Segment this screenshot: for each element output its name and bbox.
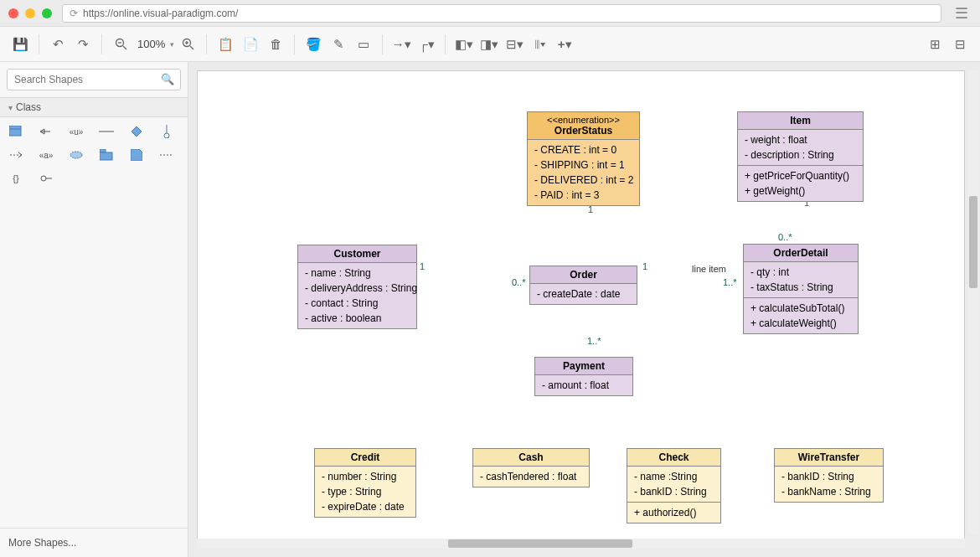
zoom-dot[interactable] <box>42 8 52 18</box>
svg-rect-7 <box>9 126 21 136</box>
vertical-scrollbar[interactable] <box>968 70 978 534</box>
mult-label: 0..* <box>778 232 792 242</box>
shape-dependency-icon[interactable] <box>8 149 23 161</box>
zoom-percent[interactable]: 100% <box>134 38 168 50</box>
shape-lollipop-icon[interactable] <box>39 173 54 184</box>
copy-icon[interactable]: 📋 <box>214 33 237 56</box>
shape-constraint-icon[interactable]: {} <box>8 173 23 184</box>
diagram-canvas[interactable]: 1 1 0..* 1 line item 1..* 1 0..* 1..* <<… <box>197 70 965 542</box>
shape-association-icon[interactable] <box>99 126 114 137</box>
shadow-icon[interactable]: ▭ <box>352 33 375 56</box>
url-text: https://online.visual-paradigm.com/ <box>83 8 238 19</box>
svg-point-14 <box>164 133 169 138</box>
shape-class-icon[interactable] <box>8 126 23 137</box>
url-bar[interactable]: ⟳ https://online.visual-paradigm.com/ <box>62 4 941 23</box>
class-orderstatus[interactable]: <<enumeration>>OrderStatus - CREATE : in… <box>527 111 640 206</box>
class-item[interactable]: Item - weight : float - description : St… <box>737 111 864 202</box>
search-input[interactable] <box>7 69 181 90</box>
menu-icon[interactable]: ☰ <box>952 4 972 23</box>
distribute-icon[interactable]: ⫴▾ <box>528 33 551 56</box>
zoom-in-icon[interactable] <box>176 33 199 56</box>
redo-icon[interactable]: ↷ <box>71 33 95 56</box>
shape-anchor-icon[interactable] <box>159 149 174 161</box>
mult-label: 1 <box>420 261 425 271</box>
arrow-style-icon[interactable]: →▾ <box>389 33 413 56</box>
stroke-icon[interactable]: ✎ <box>327 33 350 56</box>
add-icon[interactable]: +▾ <box>553 33 576 56</box>
more-shapes-link[interactable]: More Shapes... <box>0 528 188 557</box>
shape-generalization-icon[interactable] <box>39 126 54 137</box>
shape-abstraction-icon[interactable]: «a» <box>39 149 54 161</box>
layout2-icon[interactable]: ⊟ <box>948 33 972 56</box>
shape-note-icon[interactable] <box>129 149 144 161</box>
sidebar: 🔍 Class «u» «a» {} More Shapes... <box>0 62 188 557</box>
class-customer[interactable]: Customer - name : String - deliveryAddre… <box>297 245 417 329</box>
layout1-icon[interactable]: ⊞ <box>923 33 946 56</box>
reload-icon[interactable]: ⟳ <box>70 8 78 19</box>
search-icon[interactable]: 🔍 <box>161 73 174 85</box>
svg-point-16 <box>70 152 82 158</box>
delete-icon[interactable]: 🗑 <box>264 33 287 56</box>
svg-rect-18 <box>100 152 112 160</box>
undo-icon[interactable]: ↶ <box>46 33 70 56</box>
line-style-icon[interactable]: ┌▾ <box>415 33 438 56</box>
mult-label: 0..* <box>512 277 526 287</box>
bring-front-icon[interactable]: ◨▾ <box>477 33 501 56</box>
fill-icon[interactable]: 🪣 <box>302 33 325 56</box>
assoc-label: line item <box>692 264 726 274</box>
class-payment[interactable]: Payment - amount : float <box>534 357 633 396</box>
shape-collaboration-icon[interactable] <box>69 149 84 161</box>
mult-label: 1..* <box>723 277 737 287</box>
shape-palette: «u» «a» {} <box>0 117 188 193</box>
horizontal-scrollbar[interactable] <box>197 539 965 549</box>
zoom-out-icon[interactable] <box>109 33 132 56</box>
align-icon[interactable]: ⊟▾ <box>503 33 526 56</box>
traffic-lights <box>8 8 52 18</box>
connectors <box>198 71 449 197</box>
panel-class-header[interactable]: Class <box>0 97 188 117</box>
mult-label: 1..* <box>587 336 601 346</box>
class-credit[interactable]: Credit - number : String - type : String… <box>314 448 416 518</box>
class-cash[interactable]: Cash - cashTendered : float <box>472 448 590 487</box>
svg-line-4 <box>190 46 193 49</box>
svg-marker-12 <box>132 126 142 137</box>
close-dot[interactable] <box>8 8 18 18</box>
mult-label: 1 <box>642 261 647 271</box>
shape-package-icon[interactable] <box>99 149 114 161</box>
canvas-area: 1 1 0..* 1 line item 1..* 1 0..* 1..* <<… <box>188 62 980 557</box>
class-check[interactable]: Check - name :String - bankID : String +… <box>627 448 721 523</box>
shape-usage-icon[interactable]: «u» <box>69 126 84 137</box>
shape-interface-icon[interactable] <box>159 126 174 137</box>
svg-point-20 <box>41 176 46 181</box>
class-orderdetail[interactable]: OrderDetail - qty : int - taxStatus : St… <box>743 244 859 334</box>
save-icon[interactable]: 💾 <box>8 33 32 56</box>
send-back-icon[interactable]: ◧▾ <box>452 33 476 56</box>
paste-icon[interactable]: 📄 <box>239 33 262 56</box>
title-bar: ⟳ https://online.visual-paradigm.com/ ☰ <box>0 0 980 27</box>
svg-rect-17 <box>100 149 106 152</box>
toolbar: 💾 ↶ ↷ 100% ▾ 📋 📄 🗑 🪣 ✎ ▭ →▾ ┌▾ ◧▾ ◨▾ ⊟▾ … <box>0 27 980 62</box>
shape-aggregation-icon[interactable] <box>129 126 144 137</box>
minimize-dot[interactable] <box>25 8 35 18</box>
class-wiretransfer[interactable]: WireTransfer - bankID : String - bankNam… <box>774 448 884 503</box>
svg-line-1 <box>123 46 126 49</box>
class-order[interactable]: Order - createDate : date <box>529 266 637 305</box>
